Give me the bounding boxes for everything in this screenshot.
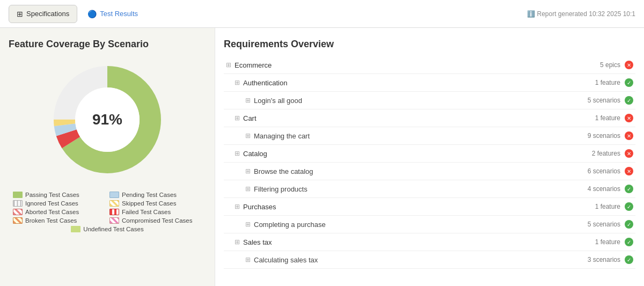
- fail-status-dot: [625, 131, 633, 140]
- fail-status-dot: [625, 61, 633, 69]
- report-info: ℹ️ Report generated 10:32 2025 10:1: [527, 10, 635, 18]
- req-meta: 1 feature: [595, 238, 620, 246]
- req-name: Login's all good: [254, 97, 588, 105]
- req-name: Filtering products: [254, 185, 588, 193]
- expand-icon: ⊞: [245, 185, 251, 193]
- legend-item-skipped: Skipped Test Cases: [109, 200, 202, 207]
- legend-item-undefined: Undefined Test Cases: [13, 226, 202, 232]
- donut-container: 91%: [9, 61, 206, 179]
- undefined-swatch: [71, 226, 80, 232]
- pass-status-dot: [625, 238, 633, 246]
- ignored-swatch: [13, 200, 23, 207]
- legend-item-passing: Passing Test Cases: [13, 192, 105, 198]
- expand-icon: ⊞: [245, 221, 251, 228]
- req-meta: 3 scenarios: [588, 256, 620, 263]
- compromised-label: Compromised Test Cases: [122, 217, 192, 224]
- req-name: Managing the cart: [254, 132, 588, 140]
- specs-tab-icon: ⊞: [17, 10, 23, 18]
- expand-icon: ⊞: [245, 132, 251, 140]
- aborted-swatch: [13, 209, 23, 215]
- req-name: Calculating sales tax: [254, 256, 588, 264]
- req-row[interactable]: ⊞Filtering products4 scenarios: [224, 180, 635, 198]
- req-row[interactable]: ⊞Sales tax1 feature: [224, 233, 635, 251]
- test-results-tab-label: Test Results: [100, 10, 138, 18]
- pass-status-dot: [625, 185, 633, 193]
- req-name: Purchases: [243, 203, 595, 211]
- tab-specifications[interactable]: ⊞ Specifications: [9, 5, 77, 23]
- req-name: Ecommerce: [235, 61, 600, 69]
- req-name: Catalog: [243, 150, 592, 158]
- req-name: Cart: [243, 114, 595, 122]
- legend-item-compromised: Compromised Test Cases: [109, 217, 202, 224]
- undefined-label: Undefined Test Cases: [83, 226, 143, 232]
- req-row[interactable]: ⊞Purchases1 feature: [224, 198, 635, 216]
- left-panel: Feature Coverage By Scenario: [0, 28, 215, 286]
- legend-item-aborted: Aborted Test Cases: [13, 209, 105, 215]
- expand-icon: ⊞: [245, 256, 251, 263]
- req-name: Sales tax: [243, 238, 595, 246]
- tab-test-results[interactable]: 🔵 Test Results: [79, 5, 146, 23]
- pass-status-dot: [625, 78, 633, 87]
- broken-swatch: [13, 217, 23, 224]
- pass-status-dot: [625, 96, 633, 105]
- req-name: Completing a purchase: [254, 221, 588, 229]
- expand-icon: ⊞: [245, 167, 251, 175]
- req-row[interactable]: ⊞Completing a purchase5 scenarios: [224, 216, 635, 233]
- expand-icon: ⊞: [226, 61, 231, 69]
- req-meta: 9 scenarios: [588, 132, 620, 140]
- req-name: Authentication: [243, 79, 595, 87]
- req-row[interactable]: ⊞Ecommerce5 epics: [224, 56, 635, 74]
- main-content: Feature Coverage By Scenario: [0, 28, 644, 286]
- aborted-label: Aborted Test Cases: [25, 209, 79, 215]
- legend-item-ignored: Ignored Test Cases: [13, 200, 105, 207]
- ignored-label: Ignored Test Cases: [25, 200, 78, 207]
- donut-wrapper: 91%: [48, 61, 166, 179]
- expand-icon: ⊞: [245, 97, 251, 104]
- req-meta: 5 scenarios: [588, 221, 620, 228]
- fail-status-dot: [625, 167, 633, 175]
- pending-label: Pending Test Cases: [122, 192, 177, 198]
- req-row[interactable]: ⊞Calculating sales tax3 scenarios: [224, 251, 635, 269]
- req-meta: 1 feature: [595, 203, 620, 210]
- expand-icon: ⊞: [235, 79, 240, 86]
- pending-swatch: [109, 192, 119, 198]
- req-meta: 4 scenarios: [588, 185, 620, 193]
- req-meta: 2 features: [592, 150, 620, 157]
- failed-swatch: [109, 209, 119, 215]
- skipped-swatch: [109, 200, 119, 207]
- requirements-title: Requirements Overview: [224, 39, 635, 50]
- req-row[interactable]: ⊞Catalog2 features: [224, 145, 635, 163]
- req-row[interactable]: ⊞Browse the catalog6 scenarios: [224, 163, 635, 180]
- req-meta: 6 scenarios: [588, 167, 620, 175]
- expand-icon: ⊞: [235, 150, 240, 157]
- requirements-list: ⊞Ecommerce5 epics⊞Authentication1 featur…: [224, 56, 635, 269]
- passing-label: Passing Test Cases: [25, 192, 79, 198]
- skipped-label: Skipped Test Cases: [122, 200, 176, 207]
- expand-icon: ⊞: [235, 114, 240, 122]
- legend-item-pending: Pending Test Cases: [109, 192, 202, 198]
- req-row[interactable]: ⊞Authentication1 feature: [224, 74, 635, 92]
- expand-icon: ⊞: [235, 203, 240, 210]
- passing-swatch: [13, 192, 23, 198]
- req-row[interactable]: ⊞Managing the cart9 scenarios: [224, 127, 635, 145]
- legend: Passing Test Cases Pending Test Cases Ig…: [9, 192, 206, 232]
- req-meta: 5 epics: [600, 61, 620, 69]
- req-row[interactable]: ⊞Cart1 feature: [224, 109, 635, 127]
- right-panel: Requirements Overview ⊞Ecommerce5 epics⊞…: [215, 28, 644, 286]
- req-row[interactable]: ⊞Login's all good5 scenarios: [224, 92, 635, 109]
- donut-center-label: 91%: [92, 111, 122, 128]
- req-name: Browse the catalog: [254, 167, 588, 175]
- pass-status-dot: [625, 220, 633, 229]
- specs-tab-label: Specifications: [26, 10, 69, 18]
- fail-status-dot: [625, 149, 633, 158]
- info-icon: ℹ️: [527, 10, 535, 18]
- pass-status-dot: [625, 255, 633, 264]
- tabs: ⊞ Specifications 🔵 Test Results: [9, 5, 146, 23]
- test-results-tab-icon: 🔵: [87, 10, 97, 18]
- coverage-title: Feature Coverage By Scenario: [9, 39, 206, 50]
- top-bar: ⊞ Specifications 🔵 Test Results ℹ️ Repor…: [0, 0, 644, 28]
- compromised-swatch: [109, 217, 119, 224]
- legend-item-failed: Failed Test Cases: [109, 209, 202, 215]
- failed-label: Failed Test Cases: [122, 209, 171, 215]
- req-meta: 5 scenarios: [588, 97, 620, 104]
